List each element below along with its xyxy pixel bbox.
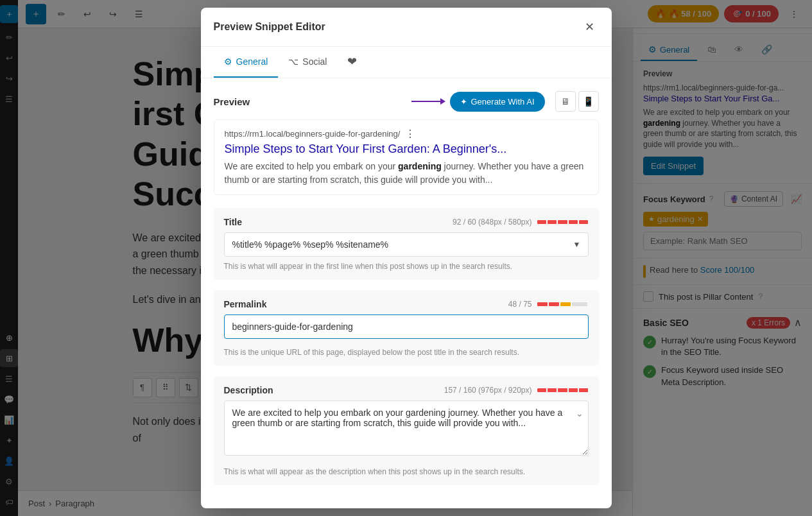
heart-icon: ❤ [347, 55, 357, 69]
search-preview-card: https://rm1.local/beginners-guide-for-ga… [214, 119, 599, 195]
desktop-view-button[interactable]: 🖥 [555, 91, 576, 112]
permalink-progress-bar [537, 302, 589, 306]
modal-preview-section: Preview ✦ Generate With AI 🖥 📱 [214, 91, 599, 195]
title-seg-2 [548, 220, 557, 224]
title-field-counter: 92 / 60 (848px / 580px) [453, 218, 531, 227]
modal-title: Preview Snippet Editor [214, 21, 581, 33]
desc-seg-1 [537, 388, 546, 392]
title-field-header: Title 92 / 60 (848px / 580px) [224, 217, 589, 227]
modal-gear-icon: ⚙ [224, 56, 232, 67]
ai-sparkle-icon: ✦ [460, 97, 467, 107]
modal-tabs: ⚙ General ⌥ Social ❤ [201, 47, 612, 78]
preview-title-link[interactable]: Simple Steps to Start Your First Garden:… [225, 142, 588, 156]
description-field-label: Description [224, 385, 444, 395]
permalink-field-hint: This is the unique URL of this page, dis… [224, 348, 589, 357]
permalink-seg-3 [560, 302, 571, 306]
modal-tab-social[interactable]: ⌥ Social [278, 47, 337, 78]
modal-tab-general[interactable]: ⚙ General [214, 47, 279, 78]
permalink-field-counter: 48 / 75 [508, 300, 532, 309]
desc-seg-4 [569, 388, 578, 392]
description-textarea[interactable]: We are excited to help you embark on you… [224, 400, 589, 456]
permalink-input[interactable] [224, 314, 589, 339]
arrow-head [440, 98, 445, 105]
title-seg-5 [579, 220, 588, 224]
desc-seg-3 [558, 388, 567, 392]
generate-ai-wrapper: ✦ Generate With AI [450, 92, 545, 112]
generate-with-ai-button[interactable]: ✦ Generate With AI [450, 92, 545, 112]
description-progress-bar [537, 388, 589, 392]
preview-url-text: https://rm1.local/beginners-guide-for-ga… [225, 129, 401, 139]
preview-desc-text: We are excited to help you embark on you… [225, 160, 588, 187]
title-progress-bar [537, 220, 589, 224]
permalink-seg-2 [549, 302, 559, 306]
title-field-hint: This is what will appear in the first li… [224, 262, 589, 271]
title-seg-3 [558, 220, 567, 224]
title-select-wrapper: %title% %page% %sep% %sitename% ▼ [224, 232, 589, 257]
preview-view-buttons: 🖥 📱 [555, 91, 599, 112]
description-textarea-wrapper: We are excited to help you embark on you… [224, 400, 589, 463]
permalink-field-header: Permalink 48 / 75 [224, 299, 589, 309]
desc-seg-2 [548, 388, 557, 392]
preview-dots-menu[interactable]: ⋮ [405, 128, 415, 140]
arrow-line [411, 101, 440, 102]
title-field-group: Title 92 / 60 (848px / 580px) %title% %p… [214, 208, 599, 280]
modal-social-icon: ⌥ [288, 56, 298, 67]
modal-body: Preview ✦ Generate With AI 🖥 📱 [201, 78, 612, 508]
title-field-label: Title [224, 217, 453, 227]
modal-preview-header: Preview ✦ Generate With AI 🖥 📱 [214, 91, 599, 112]
description-field-group: Description 157 / 160 (976px / 920px) We… [214, 376, 599, 485]
mobile-view-button[interactable]: 📱 [578, 91, 599, 112]
textarea-expand-icon[interactable]: ⌄ [576, 408, 583, 418]
snippet-editor-modal: Preview Snippet Editor ✕ ⚙ General ⌥ Soc… [201, 8, 612, 508]
title-select[interactable]: %title% %page% %sep% %sitename% [224, 232, 589, 257]
modal-close-button[interactable]: ✕ [581, 18, 599, 36]
permalink-seg-4 [572, 302, 587, 306]
permalink-seg-1 [537, 302, 548, 306]
permalink-field-label: Permalink [224, 299, 508, 309]
desc-seg-5 [579, 388, 588, 392]
description-field-hint: This is what will appear as the descript… [224, 467, 589, 476]
modal-overlay: Preview Snippet Editor ✕ ⚙ General ⌥ Soc… [0, 0, 812, 516]
title-seg-4 [569, 220, 578, 224]
modal-tab-heart[interactable]: ❤ [337, 47, 367, 78]
title-seg-1 [537, 220, 546, 224]
modal-header: Preview Snippet Editor ✕ [201, 8, 612, 47]
preview-url-row: https://rm1.local/beginners-guide-for-ga… [225, 128, 588, 140]
permalink-field-group: Permalink 48 / 75 This is the unique URL… [214, 290, 599, 366]
ai-arrow [411, 98, 445, 105]
description-field-header: Description 157 / 160 (976px / 920px) [224, 385, 589, 395]
description-field-counter: 157 / 160 (976px / 920px) [444, 386, 532, 395]
